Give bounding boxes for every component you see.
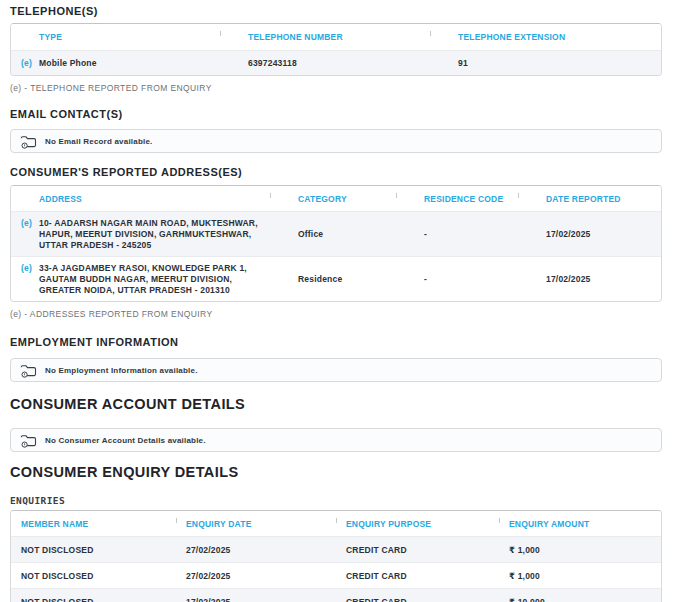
enquiries-subsection-title: ENQUIRIES — [10, 495, 662, 506]
enquiry-amount: ₹ 1,000 — [499, 571, 661, 581]
telephones-table: TYPE TELEPHONE NUMBER TELEPHONE EXTENSIO… — [10, 23, 662, 76]
column-header-enquiry-amount: ENQUIRY AMOUNT — [499, 519, 661, 529]
enquiry-member-name: NOT DISCLOSED — [11, 597, 176, 602]
table-row: (e) Mobile Phone 6397243118 91 — [11, 50, 661, 75]
enquiry-marker: (e) — [21, 58, 39, 68]
enquiry-amount: ₹ 1,000 — [499, 545, 661, 555]
telephone-type-cell: (e) Mobile Phone — [11, 58, 220, 68]
enquiry-member-name: NOT DISCLOSED — [11, 571, 176, 581]
credit-report-page: TELEPHONE(S) TYPE TELEPHONE NUMBER TELEP… — [0, 0, 673, 602]
enquiry-date: 27/02/2025 — [176, 571, 336, 581]
enquiry-purpose: CREDIT CARD — [336, 545, 499, 555]
column-header-enquiry-purpose: ENQUIRY PURPOSE — [336, 519, 499, 529]
column-header-enquiry-date: ENQUIRY DATE — [176, 519, 336, 529]
employment-empty-state: No Employment Information available. — [10, 358, 662, 382]
enquiries-table: MEMBER NAME ENQUIRY DATE ENQUIRY PURPOSE… — [10, 510, 662, 602]
telephone-extension: 91 — [430, 58, 661, 68]
address-cell: (e) 33-A JAGDAMBEY RASOI, KNOWLEDGE PARK… — [11, 257, 270, 296]
addresses-table: ADDRESS CATEGORY RESIDENCE CODE DATE REP… — [10, 185, 662, 302]
addresses-section-title: CONSUMER'S REPORTED ADDRESS(ES) — [10, 166, 662, 178]
column-header-date-reported: DATE REPORTED — [518, 194, 661, 204]
employment-empty-message: No Employment Information available. — [45, 366, 198, 375]
column-header-type: TYPE — [11, 32, 220, 42]
telephones-section-title: TELEPHONE(S) — [10, 0, 662, 17]
table-row: NOT DISCLOSED 17/02/2025 CREDIT CARD ₹ 1… — [11, 588, 661, 602]
enquiry-marker: (e) — [21, 263, 39, 274]
address-residence-code: - — [396, 229, 518, 239]
address-category: Office — [270, 229, 396, 239]
enquiry-purpose: CREDIT CARD — [336, 597, 499, 602]
accounts-empty-state: No Consumer Account Details available. — [10, 428, 662, 452]
enquiries-table-header: MEMBER NAME ENQUIRY DATE ENQUIRY PURPOSE… — [11, 511, 661, 536]
email-empty-message: No Email Record available. — [45, 137, 152, 146]
accounts-section-title: CONSUMER ACCOUNT DETAILS — [10, 396, 662, 412]
address-date-reported: 17/02/2025 — [518, 229, 661, 239]
folder-alert-icon — [20, 134, 37, 149]
address-cell: (e) 10- AADARSH NAGAR MAIN ROAD, MUKTESH… — [11, 212, 270, 251]
table-row: (e) 33-A JAGDAMBEY RASOI, KNOWLEDGE PARK… — [11, 256, 661, 301]
folder-alert-icon — [20, 433, 37, 448]
column-header-category: CATEGORY — [270, 194, 396, 204]
enquiry-purpose: CREDIT CARD — [336, 571, 499, 581]
addresses-footnote: (e) - ADDRESSES REPORTED FROM ENQUIRY — [10, 309, 662, 319]
column-header-residence-code: RESIDENCE CODE — [396, 194, 518, 204]
table-row: (e) 10- AADARSH NAGAR MAIN ROAD, MUKTESH… — [11, 211, 661, 256]
table-row: NOT DISCLOSED 27/02/2025 CREDIT CARD ₹ 1… — [11, 536, 661, 562]
addresses-table-header: ADDRESS CATEGORY RESIDENCE CODE DATE REP… — [11, 186, 661, 211]
folder-alert-icon — [20, 363, 37, 378]
address-residence-code: - — [396, 274, 518, 284]
column-header-telephone-number: TELEPHONE NUMBER — [220, 32, 430, 42]
telephone-number: 6397243118 — [220, 58, 430, 68]
address-category: Residence — [270, 274, 396, 284]
email-section-title: EMAIL CONTACT(S) — [10, 108, 662, 120]
enquiries-section-title: CONSUMER ENQUIRY DETAILS — [10, 464, 662, 480]
employment-section-title: EMPLOYMENT INFORMATION — [10, 336, 662, 348]
email-empty-state: No Email Record available. — [10, 129, 662, 153]
enquiry-member-name: NOT DISCLOSED — [11, 545, 176, 555]
telephones-table-header: TYPE TELEPHONE NUMBER TELEPHONE EXTENSIO… — [11, 24, 661, 50]
column-header-address: ADDRESS — [11, 194, 270, 204]
accounts-empty-message: No Consumer Account Details available. — [45, 436, 206, 445]
column-header-telephone-extension: TELEPHONE EXTENSION — [430, 32, 661, 42]
address-text: 10- AADARSH NAGAR MAIN ROAD, MUKTESHWAR,… — [39, 218, 264, 251]
enquiry-amount: ₹ 10,000 — [499, 597, 661, 602]
address-text: 33-A JAGDAMBEY RASOI, KNOWLEDGE PARK 1, … — [39, 263, 264, 296]
telephones-footnote: (e) - TELEPHONE REPORTED FROM ENQUIRY — [10, 83, 662, 93]
column-header-member-name: MEMBER NAME — [11, 519, 176, 529]
address-date-reported: 17/02/2025 — [518, 274, 661, 284]
table-row: NOT DISCLOSED 27/02/2025 CREDIT CARD ₹ 1… — [11, 562, 661, 588]
enquiry-date: 17/02/2025 — [176, 597, 336, 602]
telephone-type: Mobile Phone — [39, 58, 97, 68]
enquiry-date: 27/02/2025 — [176, 545, 336, 555]
enquiry-marker: (e) — [21, 218, 39, 229]
